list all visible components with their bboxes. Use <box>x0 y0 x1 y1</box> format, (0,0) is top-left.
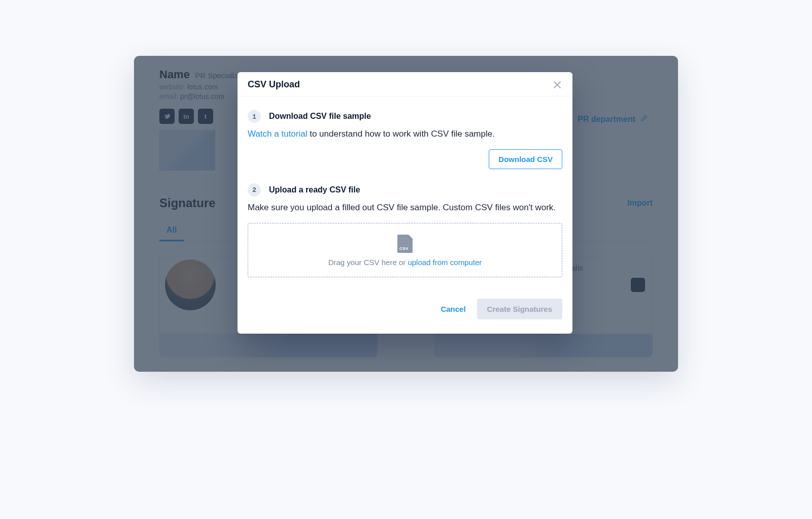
step-number-1: 1 <box>248 110 261 123</box>
create-signatures-button[interactable]: Create Signatures <box>477 299 562 319</box>
step1-title: Download CSV file sample <box>269 112 371 121</box>
step1-description: Watch a tutorial to understand how to wo… <box>248 128 562 140</box>
dropzone-text-head: Drag your CSV here or <box>328 258 408 267</box>
step2-description: Make sure you upload a filled out CSV fi… <box>248 202 562 214</box>
csv-dropzone[interactable]: Drag your CSV here or upload from comput… <box>248 223 562 277</box>
step2-title: Upload a ready CSV file <box>269 185 360 194</box>
step1-text-tail: to understand how to work with CSV file … <box>307 129 494 139</box>
cancel-button[interactable]: Cancel <box>441 305 465 313</box>
download-csv-button[interactable]: Download CSV <box>489 149 562 169</box>
close-icon[interactable] <box>552 80 562 90</box>
app-window: Name PR Specialist at Lotus Ltd website:… <box>134 56 678 372</box>
csv-upload-modal: CSV Upload 1 Download CSV file sample Wa… <box>238 72 572 334</box>
step-number-2: 2 <box>248 183 261 197</box>
upload-from-computer-link[interactable]: upload from computer <box>408 258 482 267</box>
modal-title: CSV Upload <box>248 79 300 90</box>
dropzone-text: Drag your CSV here or upload from comput… <box>253 258 557 267</box>
watch-tutorial-link[interactable]: Watch a tutorial <box>248 129 307 139</box>
csv-file-icon <box>397 235 413 253</box>
